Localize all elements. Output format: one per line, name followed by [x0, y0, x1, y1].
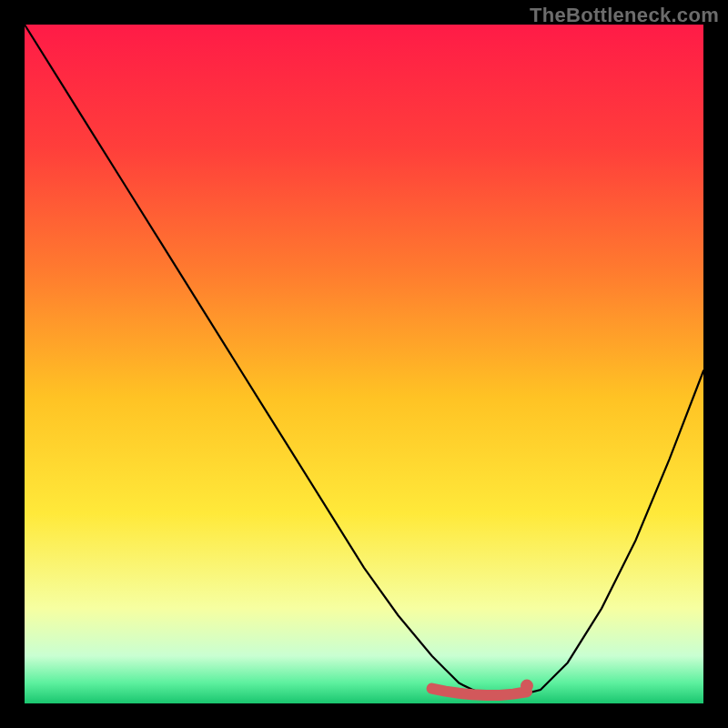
plot-background [25, 25, 703, 703]
flat-region-marker [432, 689, 527, 695]
chart-stage: { "watermark": "TheBottleneck.com", "col… [0, 0, 728, 728]
flat-region-end-dot [521, 680, 533, 693]
bottleneck-chart [0, 0, 728, 728]
